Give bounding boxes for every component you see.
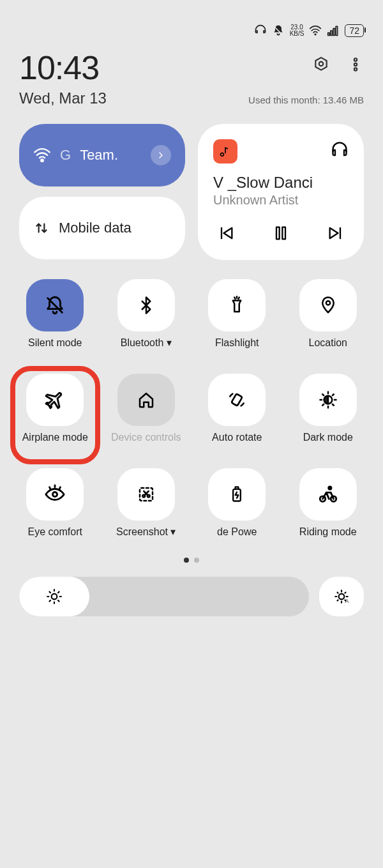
wifi-name: Team.: [80, 147, 118, 164]
settings-button[interactable]: [313, 56, 329, 75]
media-output-button[interactable]: [331, 141, 349, 162]
media-next-button[interactable]: [327, 224, 345, 245]
svg-point-14: [326, 301, 330, 305]
flashlight-tile[interactable]: Flashlight: [201, 279, 273, 361]
airplane-mode-tile[interactable]: Airplane mode: [19, 374, 91, 455]
tile-label: Screenshot ▾: [116, 526, 176, 550]
clock-date: Wed, Mar 13: [19, 89, 107, 107]
svg-point-17: [53, 492, 57, 496]
wifi-expand[interactable]: [151, 145, 171, 165]
riding-mode-tile[interactable]: Riding mode: [292, 468, 364, 550]
skip-previous-icon: [217, 224, 235, 242]
airplane-icon: [44, 389, 66, 411]
rotate-icon: [227, 390, 247, 410]
location-tile[interactable]: Location: [292, 279, 364, 361]
svg-rect-4: [333, 29, 335, 36]
status-bar: 23.0KB/S 72: [19, 19, 364, 49]
svg-rect-5: [336, 26, 338, 35]
media-card: V _Slow Danci Unknown Artist: [198, 124, 364, 260]
svg-rect-11: [276, 227, 280, 240]
wifi-icon: [309, 24, 322, 37]
scissors-frame-icon: [137, 485, 156, 504]
svg-rect-22: [236, 487, 239, 489]
svg-point-25: [328, 487, 331, 489]
media-title: V _Slow Danci: [213, 174, 349, 192]
data-usage: Used this month: 13.46 MB: [248, 95, 364, 105]
svg-point-1: [315, 34, 317, 35]
svg-point-9: [354, 68, 357, 70]
music-note-icon: [219, 145, 232, 158]
tile-label: Dark mode: [303, 431, 353, 455]
media-artist: Unknown Artist: [213, 193, 349, 208]
chevron-right-icon: [156, 150, 166, 160]
svg-point-7: [354, 58, 357, 61]
dark-mode-icon: [319, 390, 338, 409]
svg-rect-12: [282, 227, 285, 240]
tile-label: Flashlight: [215, 337, 259, 361]
media-play-pause-button[interactable]: [272, 224, 290, 245]
eye-comfort-tile[interactable]: Eye comfort: [19, 468, 91, 550]
svg-rect-15: [232, 393, 243, 406]
wifi-prefix: G: [60, 147, 71, 164]
headphones-icon: [254, 24, 267, 37]
wifi-icon: [33, 146, 51, 164]
tile-label: Silent mode: [28, 337, 82, 361]
device-controls-tile[interactable]: Device controls: [110, 374, 183, 455]
pause-icon: [272, 224, 290, 242]
svg-rect-3: [331, 31, 333, 36]
overflow-button[interactable]: [347, 56, 364, 75]
home-icon: [137, 390, 156, 409]
tile-label: Eye comfort: [28, 526, 82, 550]
svg-point-8: [354, 63, 357, 66]
skip-next-icon: [327, 224, 345, 242]
brightness-slider[interactable]: [19, 577, 309, 616]
svg-rect-2: [328, 33, 330, 35]
mobile-data-label: Mobile data: [59, 220, 131, 236]
data-speed: 23.0KB/S: [290, 24, 304, 37]
bluetooth-tile[interactable]: Bluetooth ▾: [110, 279, 183, 361]
auto-rotate-tile[interactable]: Auto rotate: [201, 374, 273, 455]
tile-label: Airplane mode: [22, 431, 88, 455]
auto-brightness-icon: A: [333, 588, 350, 605]
tile-label: de Powe: [217, 526, 257, 550]
eye-icon: [44, 483, 66, 505]
bell-off-icon: [44, 294, 66, 316]
tile-label: Location: [309, 337, 348, 361]
auto-brightness-button[interactable]: A: [319, 577, 364, 616]
flashlight-icon: [227, 296, 246, 315]
tile-label: Bluetooth ▾: [121, 337, 172, 361]
clock-time: 10:43: [19, 49, 107, 87]
svg-point-6: [319, 62, 324, 66]
battery-charge-icon: [228, 485, 246, 503]
battery-level: 72: [345, 24, 364, 37]
music-app-chip[interactable]: [213, 139, 237, 164]
svg-text:A: A: [345, 598, 349, 604]
tile-label: Device controls: [111, 431, 181, 455]
silent-mode-tile[interactable]: Silent mode: [19, 279, 91, 361]
svg-point-10: [41, 159, 43, 162]
headphones-icon: [331, 141, 349, 159]
bluetooth-icon: [137, 296, 156, 315]
mute-icon: [272, 24, 285, 37]
page-indicator: [19, 558, 364, 563]
more-vert-icon: [347, 56, 364, 73]
signal-icon: [327, 24, 340, 37]
mobile-data-tile[interactable]: Mobile data: [19, 197, 185, 259]
location-pin-icon: [319, 296, 338, 315]
power-tile[interactable]: de Powe: [201, 468, 273, 550]
screenshot-tile[interactable]: Screenshot ▾: [110, 468, 183, 550]
data-arrows-icon: [33, 220, 50, 236]
dark-mode-tile[interactable]: Dark mode: [292, 374, 364, 455]
brightness-icon: [46, 588, 63, 605]
media-prev-button[interactable]: [217, 224, 235, 245]
svg-point-26: [52, 594, 57, 600]
tile-label: Auto rotate: [212, 431, 262, 455]
tile-label: Riding mode: [299, 526, 357, 550]
gear-hex-icon: [313, 56, 329, 73]
wifi-tile[interactable]: G Team.: [19, 124, 185, 187]
bicycle-icon: [317, 483, 339, 505]
svg-point-27: [339, 594, 345, 600]
